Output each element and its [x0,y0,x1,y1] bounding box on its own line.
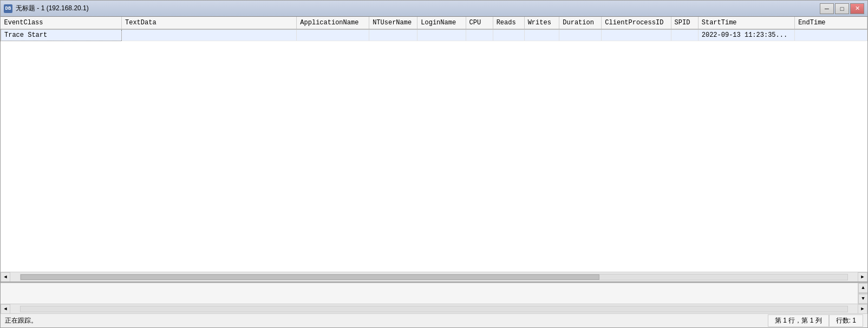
cell-clientprocessid [602,29,671,41]
col-header-textdata: TextData [121,17,296,29]
lower-bottom-area: ▲ ▼ ◀ ▶ [1,283,867,313]
minimize-button[interactable]: ─ [820,3,834,14]
upper-scroll-track[interactable] [20,274,848,280]
window-title: 无标题 - 1 (192.168.20.1) [16,4,89,13]
app-icon: DB [4,4,12,13]
restore-button[interactable]: □ [835,3,849,14]
col-header-loginname: LoginName [417,17,466,29]
status-row-count: 行数: 1 [829,314,863,327]
col-header-cpu: CPU [466,17,493,29]
window-controls: ─ □ ✕ [820,3,864,14]
lower-scroll-right-arrow[interactable]: ▶ [858,304,867,314]
col-header-duration: Duration [559,17,602,29]
status-tracking: 正在跟踪。 [5,316,768,325]
scroll-right-arrow[interactable]: ▶ [858,272,867,282]
col-header-writes: Writes [524,17,559,29]
status-bar: 正在跟踪。 第 1 行，第 1 列 行数: 1 [1,313,867,327]
cell-textdata [121,29,296,41]
scroll-up-arrow[interactable]: ▲ [858,283,867,293]
table-body: Trace Start2022-09-13 11:23:35... [1,29,867,41]
col-header-spid: SPID [671,17,698,29]
lower-horizontal-scrollbar[interactable]: ◀ ▶ [1,304,867,313]
upper-pane: EventClassTextDataApplicationNameNTUserN… [1,17,867,283]
trace-table: EventClassTextDataApplicationNameNTUserN… [1,17,867,41]
main-window: DB 无标题 - 1 (192.168.20.1) ─ □ ✕ EventCla… [0,0,868,328]
close-button[interactable]: ✕ [850,3,864,14]
scroll-left-arrow[interactable]: ◀ [1,272,10,282]
col-header-applicationname: ApplicationName [297,17,369,29]
cell-endtime [795,29,867,41]
table-scroll-wrapper[interactable]: EventClassTextDataApplicationNameNTUserN… [1,17,867,272]
cell-starttime: 2022-09-13 11:23:35... [698,29,794,41]
col-header-clientprocessid: ClientProcessID [602,17,671,29]
upper-horizontal-scrollbar[interactable]: ◀ ▶ [1,272,867,281]
table-row[interactable]: Trace Start2022-09-13 11:23:35... [1,29,867,41]
lower-main: ▲ ▼ [1,283,867,304]
lower-vertical-scrollbar[interactable]: ▲ ▼ [858,283,867,304]
lower-content [1,283,858,304]
cell-loginname [417,29,466,41]
title-bar-left: DB 无标题 - 1 (192.168.20.1) [4,4,89,13]
cell-ntusername [369,29,417,41]
col-header-eventclass: EventClass [1,17,122,29]
lower-scroll-left-arrow[interactable]: ◀ [1,304,10,314]
main-content: EventClassTextDataApplicationNameNTUserN… [1,17,867,327]
title-bar: DB 无标题 - 1 (192.168.20.1) ─ □ ✕ [1,1,867,17]
status-right: 第 1 行，第 1 列 行数: 1 [768,314,863,327]
col-header-starttime: StartTime [698,17,794,29]
status-position: 第 1 行，第 1 列 [768,314,829,327]
cell-spid [671,29,698,41]
cell-reads [493,29,524,41]
upper-scroll-thumb[interactable] [21,274,599,280]
cell-eventclass: Trace Start [1,29,122,41]
lower-scroll-track-h[interactable] [20,306,848,312]
cell-duration [559,29,602,41]
col-header-endtime: EndTime [795,17,867,29]
cell-cpu [466,29,493,41]
cell-applicationname [297,29,369,41]
cell-writes [524,29,559,41]
table-header-row: EventClassTextDataApplicationNameNTUserN… [1,17,867,29]
scroll-down-arrow[interactable]: ▼ [858,294,867,304]
lower-scroll-track-v[interactable] [858,293,867,294]
col-header-ntusername: NTUserName [369,17,417,29]
col-header-reads: Reads [493,17,524,29]
